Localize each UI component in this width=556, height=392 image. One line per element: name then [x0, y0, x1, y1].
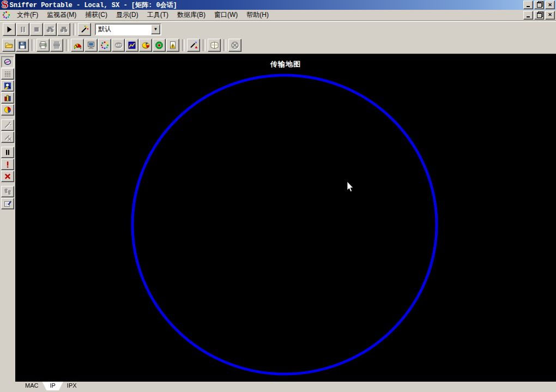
restore-icon: [537, 13, 542, 18]
find-frame-button: [57, 23, 70, 36]
menu-monitor[interactable]: 监视器(M): [43, 9, 81, 21]
menu-help[interactable]: 帮助(H): [242, 9, 273, 21]
menu-window[interactable]: 窗口(W): [210, 9, 242, 21]
capture-off-icon: [231, 41, 239, 50]
close-icon: ✕: [548, 3, 552, 8]
edit-note-icon: [3, 200, 12, 208]
reset-x-icon: [3, 172, 12, 180]
matrix-button[interactable]: [98, 39, 111, 52]
save-button[interactable]: [16, 39, 29, 52]
restore-icon: [537, 2, 542, 8]
capture-toolbar: 默认 ▼: [0, 21, 556, 37]
combo-dropdown-button[interactable]: ▼: [151, 25, 160, 34]
wand-button: [1, 119, 14, 131]
global-statistics-button[interactable]: [153, 39, 166, 52]
mdi-close-button[interactable]: ✕: [545, 11, 555, 20]
footsteps-button: [1, 186, 14, 197]
address-book-button[interactable]: [208, 39, 221, 52]
titlebar: S Sniffer Portable - Local, SX - [矩阵: 0会…: [0, 0, 556, 10]
print-preview-button: [50, 39, 63, 52]
close-button[interactable]: ✕: [545, 1, 555, 9]
minimize-icon: [527, 16, 530, 17]
tab-ipx[interactable]: IPX: [59, 382, 84, 390]
profile-select[interactable]: 默认 ▼: [95, 23, 161, 35]
alarm-button[interactable]: [1, 159, 14, 170]
toolbar-separator: [32, 39, 34, 51]
footsteps-icon: [3, 188, 12, 196]
menu-capture[interactable]: 捕获(C): [81, 9, 112, 21]
save-floppy-icon: [18, 41, 27, 50]
address-book-icon: [210, 41, 219, 50]
reset-button[interactable]: [1, 171, 14, 182]
matrix-map-canvas[interactable]: 传输地图: [15, 54, 556, 382]
minimize-icon: [527, 6, 530, 7]
minimize-button[interactable]: [523, 1, 533, 9]
protocol-distribution-button[interactable]: [139, 39, 152, 52]
matrix-ring-icon: [100, 41, 109, 50]
host-table-icon: [87, 41, 95, 50]
define-filter-button[interactable]: [78, 23, 91, 36]
host-table-button[interactable]: [84, 39, 98, 52]
zoom-view-icon: [3, 82, 12, 90]
capture-panel-binoculars-icon: [46, 25, 55, 34]
pause-view-button[interactable]: [1, 147, 14, 158]
open-folder-icon: [4, 41, 14, 50]
window-controls: ✕: [523, 1, 555, 9]
capture-off-button: [228, 39, 241, 52]
toolbar-separator: [73, 23, 76, 35]
start-capture-button[interactable]: [3, 23, 16, 36]
menu-tools[interactable]: 工具(T): [143, 9, 173, 21]
menu-file[interactable]: 文件(F): [13, 9, 43, 21]
history-samples-button[interactable]: [125, 39, 138, 52]
traffic-map-circle: [15, 54, 556, 382]
find-binoculars-icon: [59, 25, 68, 34]
menubar: 文件(F) 监视器(M) 捕获(C) 显示(D) 工具(T) 数据库(B) 窗口…: [0, 10, 556, 21]
stop-capture-button: [30, 23, 43, 36]
toolbar-separator: [66, 39, 69, 51]
detail-list-button[interactable]: [1, 68, 14, 80]
bar-chart-button[interactable]: [1, 92, 14, 104]
capture-panel-button: [44, 23, 57, 36]
alarm-exclamation-icon: [3, 160, 12, 168]
mdi-child-matrix-icon[interactable]: [2, 11, 10, 19]
dashboard-button[interactable]: [71, 39, 84, 52]
art-response-button: ART: [112, 39, 125, 52]
profile-select-value: 默认: [96, 25, 151, 34]
menu-database[interactable]: 数据库(B): [173, 9, 210, 21]
visual-filter-button[interactable]: [187, 39, 200, 52]
close-icon: ✕: [548, 13, 552, 17]
mdi-window-controls: ✕: [523, 11, 555, 20]
alarm-log-button[interactable]: [166, 39, 179, 52]
tab-ip[interactable]: IP: [42, 382, 63, 390]
tab-mac[interactable]: MAC: [17, 382, 46, 390]
svg-text:ART: ART: [115, 44, 122, 47]
window-title: Sniffer Portable - Local, SX - [矩阵: 0会话]: [10, 1, 177, 10]
bar-chart-icon: [3, 94, 12, 102]
standard-toolbar: ART: [0, 37, 556, 54]
stop-icon: [32, 25, 41, 34]
wand-off-icon: [3, 133, 12, 141]
open-button[interactable]: [2, 39, 15, 52]
mdi-minimize-button[interactable]: [523, 11, 533, 20]
zoom-view-button[interactable]: [1, 80, 14, 92]
pie-chart-icon: [3, 106, 12, 114]
pie-chart-button[interactable]: [1, 104, 14, 116]
mdi-restore-button[interactable]: [534, 11, 544, 20]
map-title: 传输地图: [15, 59, 556, 69]
menu-display[interactable]: 显示(D): [112, 9, 143, 21]
global-statistics-globe-icon: [155, 41, 164, 50]
dashboard-gauge-icon: [73, 41, 82, 50]
visual-filter-wand-icon: [189, 41, 198, 50]
print-icon: [39, 41, 47, 50]
history-samples-icon: [128, 41, 136, 50]
protocol-tabstrip: MAC IP IPX: [15, 382, 556, 392]
protocol-pie-icon: [141, 41, 150, 50]
edit-note-button[interactable]: [1, 198, 14, 209]
print-button[interactable]: [37, 39, 50, 52]
traffic-map-button[interactable]: [1, 56, 14, 68]
view-sidebar: [0, 54, 15, 392]
restore-button[interactable]: [534, 1, 544, 9]
pause-icon: [3, 148, 12, 156]
wand-icon: [3, 121, 12, 129]
define-filter-wand-icon: [80, 25, 89, 34]
